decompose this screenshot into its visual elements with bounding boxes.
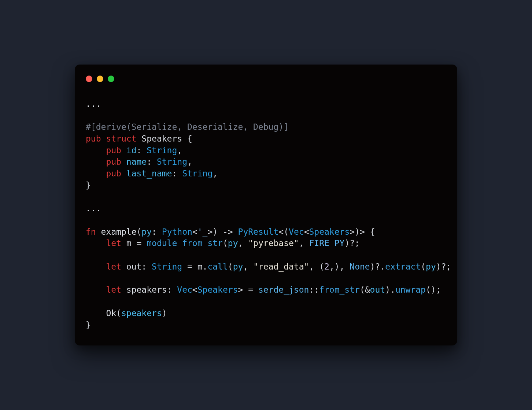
brace-open: { xyxy=(187,134,192,143)
dcolon: :: xyxy=(309,285,319,294)
kw-let: let xyxy=(106,262,121,271)
param-py: py xyxy=(141,227,152,237)
angle-open: < xyxy=(192,285,197,294)
qmark: ? xyxy=(441,262,446,271)
arrow: -> xyxy=(223,227,233,237)
fn-call: call xyxy=(207,262,228,271)
var-m: m xyxy=(126,238,132,248)
angle-open: < xyxy=(304,227,309,237)
angle-open: < xyxy=(278,227,284,237)
angle-open: < xyxy=(192,227,197,237)
paren-close: ) xyxy=(385,285,390,294)
close-icon[interactable] xyxy=(86,76,92,82)
arg-py: py xyxy=(426,262,436,271)
equals: = xyxy=(187,262,192,271)
comma: , xyxy=(309,262,314,271)
derive-attribute: #[derive(Serialize, Deserialize, Debug)] xyxy=(86,122,289,132)
type-string: String xyxy=(147,146,177,155)
dot: . xyxy=(203,262,208,271)
comma: , xyxy=(243,262,248,271)
qmark: ? xyxy=(350,238,355,248)
type-string: String xyxy=(157,157,187,166)
angle-close: > xyxy=(360,227,365,237)
type-vec: Vec xyxy=(177,285,192,294)
semi: ; xyxy=(436,285,441,294)
kw-pub: pub xyxy=(106,146,121,155)
kw-let: let xyxy=(106,285,121,294)
variant-ok: Ok xyxy=(106,308,116,318)
fn-unwrap: unwrap xyxy=(395,285,426,294)
str-read-data: "read_data" xyxy=(253,262,309,271)
brace-close: } xyxy=(86,320,91,330)
traffic-lights xyxy=(86,76,446,82)
colon: : xyxy=(167,285,172,294)
paren-open: ( xyxy=(319,262,324,271)
semi: ; xyxy=(355,238,360,248)
lit-2: 2 xyxy=(324,262,329,271)
kw-struct: struct xyxy=(106,134,136,143)
comma: , xyxy=(340,262,345,271)
str-pyrebase: "pyrebase" xyxy=(248,238,299,248)
field-name: name xyxy=(126,157,147,166)
lifetime: '_ xyxy=(197,227,208,237)
dot: . xyxy=(380,262,385,271)
var-speakers-ret: speakers xyxy=(121,308,162,318)
var-m: m xyxy=(197,262,203,271)
paren-close: ) xyxy=(213,227,218,237)
code-ellipsis: ... xyxy=(86,99,101,109)
paren-open: ( xyxy=(360,285,365,294)
kw-fn: fn xyxy=(86,227,96,237)
paren-open: ( xyxy=(223,238,228,248)
colon: : xyxy=(141,262,147,271)
colon: : xyxy=(152,227,157,237)
brace-close: } xyxy=(86,180,91,190)
zoom-icon[interactable] xyxy=(108,76,114,82)
qmark: ? xyxy=(375,262,380,271)
equals: = xyxy=(137,238,142,248)
arg-py: py xyxy=(228,238,238,248)
colon: : xyxy=(147,157,152,166)
paren-open: ( xyxy=(137,227,142,237)
paren-open: ( xyxy=(426,285,431,294)
kw-pub: pub xyxy=(106,169,121,178)
var-out-ref: out xyxy=(370,285,385,294)
type-vec: Vec xyxy=(289,227,304,237)
paren-close: ) xyxy=(436,262,441,271)
arg-py: py xyxy=(233,262,243,271)
fn-from-str: from_str xyxy=(319,285,360,294)
amp: & xyxy=(365,285,370,294)
semi: ; xyxy=(446,262,451,271)
dot: . xyxy=(390,285,395,294)
type-string: String xyxy=(152,262,182,271)
fn-name: example xyxy=(101,227,137,237)
kw-pub: pub xyxy=(86,134,101,143)
angle-close: > xyxy=(350,227,355,237)
paren-open: ( xyxy=(284,227,289,237)
comma: , xyxy=(299,238,304,248)
angle-close: > xyxy=(207,227,213,237)
angle-close: > xyxy=(238,285,243,294)
comma: , xyxy=(238,238,243,248)
var-out: out xyxy=(126,262,142,271)
paren-close: ) xyxy=(355,227,360,237)
struct-name: Speakers xyxy=(141,134,182,143)
paren-close: ) xyxy=(162,308,167,318)
minimize-icon[interactable] xyxy=(97,76,103,82)
paren-close: ) xyxy=(431,285,436,294)
equals: = xyxy=(248,285,253,294)
type-pyresult: PyResult xyxy=(238,227,279,237)
type-speakers: Speakers xyxy=(309,227,350,237)
comma: , xyxy=(329,262,335,271)
paren-close: ) xyxy=(335,262,340,271)
paren-open: ( xyxy=(228,262,233,271)
field-id: id xyxy=(126,146,137,155)
colon: : xyxy=(137,146,142,155)
const-none: None xyxy=(350,262,370,271)
const-fire-py: FIRE_PY xyxy=(309,238,344,248)
type-python: Python xyxy=(162,227,192,237)
brace-open: { xyxy=(370,227,375,237)
comma: , xyxy=(213,169,218,178)
field-lastname: last_name xyxy=(126,169,172,178)
kw-let: let xyxy=(106,238,121,248)
kw-pub: pub xyxy=(106,157,121,166)
